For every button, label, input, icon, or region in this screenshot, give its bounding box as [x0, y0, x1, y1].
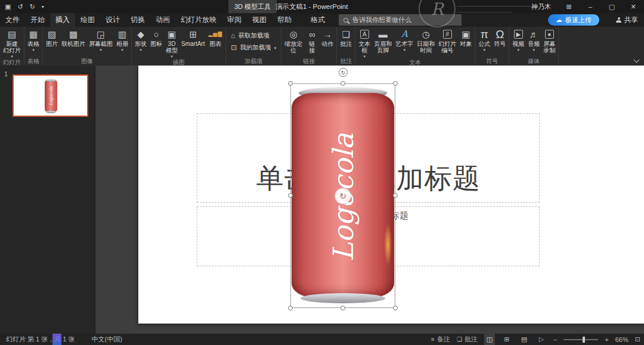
- document-title: 演示文稿1 - PowerPoint: [275, 0, 348, 13]
- ribbon-button[interactable]: π公式▾: [476, 28, 492, 57]
- equation-icon: π: [481, 29, 488, 40]
- resize-handle-top-right[interactable]: [393, 81, 398, 86]
- upload-badge[interactable]: ☁ 极速上传: [548, 14, 599, 26]
- ribbon-button[interactable]: ◷日期和时间: [415, 28, 436, 58]
- ribbon-tab-5[interactable]: 设计: [100, 13, 125, 27]
- resize-handle-bottom-right[interactable]: [393, 306, 398, 310]
- zoom-in-button[interactable]: +: [605, 336, 608, 343]
- ribbon-button[interactable]: ◆形状▾: [133, 28, 148, 58]
- ribbon-button[interactable]: ∞链接: [304, 28, 320, 57]
- restore-button[interactable]: ▢: [601, 0, 623, 13]
- contextual-tab-header: 3D 模型工具: [228, 0, 277, 13]
- resize-handle-middle-left[interactable]: [288, 193, 293, 198]
- redo-icon[interactable]: ↻: [30, 3, 35, 11]
- ribbon-button-label: 位: [290, 47, 296, 54]
- ribbon-tab-2[interactable]: 开始: [25, 13, 50, 27]
- new-slide-icon: ▤: [8, 29, 16, 40]
- ribbon-button[interactable]: A艺术字▾: [394, 28, 415, 58]
- ribbon-tab-4[interactable]: 绘图: [75, 13, 100, 27]
- ribbon-button-label: 文本: [358, 41, 370, 47]
- ribbon-button[interactable]: ▦表格▾: [26, 28, 41, 57]
- ribbon-group-7: ❏批注批注: [337, 27, 355, 66]
- close-button[interactable]: ✕: [623, 0, 644, 13]
- ribbon-tab-1[interactable]: 文件: [0, 13, 25, 27]
- ribbon-tab-11[interactable]: 帮助: [272, 13, 297, 27]
- normal-view-button[interactable]: ◫: [484, 334, 495, 345]
- ribbon-button[interactable]: →动作: [320, 28, 335, 57]
- slide-counter[interactable]: 幻灯片 第 1 张，共 1 张: [6, 335, 75, 344]
- ribbon-button-label: 屏幕截图: [89, 41, 113, 47]
- resize-handle-bottom-center[interactable]: [340, 306, 345, 310]
- dropdown-arrow-icon: ▾: [32, 48, 35, 52]
- ribbon-button[interactable]: ▥相册▾: [114, 28, 130, 57]
- zoom-slider[interactable]: [564, 339, 598, 340]
- ribbon-button-label: 图片: [46, 41, 58, 47]
- 3d-model-icon: ▣: [168, 29, 176, 40]
- upload-badge-label: 极速上传: [565, 15, 592, 24]
- ribbon-tab-3[interactable]: 插入: [50, 13, 75, 27]
- ribbon-button[interactable]: ▣对象: [458, 28, 473, 58]
- ribbon-button[interactable]: ○图标: [148, 28, 164, 58]
- ribbon-group-2: ▦表格▾表格: [24, 27, 43, 66]
- ribbon-tab-7[interactable]: 动画: [150, 13, 175, 27]
- slideshow-view-button[interactable]: ▷: [536, 334, 547, 345]
- ribbon-button-label: 符号: [494, 41, 506, 47]
- resize-handle-top-center[interactable]: [340, 81, 345, 86]
- comments-toggle[interactable]: ❏ 批注: [457, 335, 478, 344]
- tell-me-search[interactable]: 告诉我你想要做什么: [339, 14, 462, 26]
- ribbon-button-label: 链: [309, 41, 315, 47]
- ribbon-button[interactable]: ⊞SmartArt: [179, 28, 206, 58]
- ribbon-tab-12[interactable]: 格式: [305, 13, 330, 27]
- qat-dropdown-icon[interactable]: ▾: [42, 4, 44, 10]
- undo-icon[interactable]: ↺: [17, 3, 23, 11]
- resize-handle-middle-right[interactable]: [393, 193, 398, 198]
- zoom-link-icon: ◎: [290, 29, 298, 40]
- 3d-model-cola-can[interactable]: Logocola ↻ ↻: [290, 83, 395, 308]
- ribbon-button[interactable]: ❏批注: [338, 28, 354, 57]
- reading-view-button[interactable]: ▤: [519, 334, 530, 345]
- ribbon-button[interactable]: ⌂获取加载项: [227, 30, 280, 42]
- ribbon-button[interactable]: ◎缩放定位: [283, 28, 304, 57]
- ribbon-button[interactable]: ◲屏幕截图▾: [87, 28, 114, 57]
- zoom-slider-thumb[interactable]: [583, 337, 585, 343]
- ribbon-button[interactable]: ●屏幕录制: [541, 28, 557, 57]
- ribbon-tab-10[interactable]: 视图: [247, 13, 272, 27]
- ribbon-button[interactable]: ▨图片: [44, 28, 60, 57]
- ribbon-button[interactable]: ⊡我的加载项▾: [227, 42, 280, 54]
- ribbon-button[interactable]: ♬音频▾: [526, 28, 541, 57]
- ribbon-button[interactable]: Ω符号: [492, 28, 507, 57]
- dropdown-arrow-icon: ▾: [11, 54, 13, 58]
- ribbon-button[interactable]: A文本框▾: [357, 28, 372, 58]
- ribbon-group-label: 文本: [357, 58, 473, 66]
- save-icon[interactable]: ▣: [5, 3, 11, 11]
- notes-icon: ≡: [431, 336, 435, 343]
- resize-handle-top-left[interactable]: [288, 81, 293, 86]
- resize-handle-bottom-left[interactable]: [288, 306, 293, 310]
- ribbon-button[interactable]: ▣3D模型▾: [164, 28, 179, 58]
- rotation-handle[interactable]: ↻: [339, 68, 348, 77]
- slide-sorter-view-button[interactable]: ⊞: [501, 334, 512, 345]
- ribbon-button[interactable]: ▤新建幻灯片▾: [1, 28, 23, 58]
- share-button[interactable]: 共享: [616, 15, 644, 24]
- ribbon-tab-9[interactable]: 审阅: [222, 13, 247, 27]
- ribbon-tab-6[interactable]: 切换: [125, 13, 150, 27]
- ribbon-button[interactable]: ▬页眉和页脚: [372, 28, 394, 58]
- ribbon-button[interactable]: ▶视频▾: [510, 28, 526, 57]
- online-pictures-icon: ▩: [69, 29, 78, 40]
- zoom-out-button[interactable]: −: [553, 336, 557, 343]
- ribbon-display-options-icon[interactable]: ⊞: [558, 0, 580, 13]
- chart-icon: ▂▅▇: [208, 29, 222, 40]
- ribbon-group-4: ◆形状▾○图标▣3D模型▾⊞SmartArt▂▅▇图表插图: [132, 27, 226, 66]
- zoom-percent[interactable]: 66%: [615, 336, 628, 343]
- ribbon-button[interactable]: ▩联机图片: [60, 28, 87, 57]
- minimize-button[interactable]: –: [580, 0, 601, 13]
- language-indicator[interactable]: 中文(中国): [92, 335, 122, 344]
- fit-to-window-button[interactable]: ⊡: [635, 335, 640, 343]
- 3d-rotate-handle[interactable]: ↻: [335, 188, 351, 204]
- ribbon-tab-8[interactable]: 幻灯片放映: [175, 13, 222, 27]
- slide-thumbnail[interactable]: Logocola: [13, 74, 88, 117]
- ribbon-button[interactable]: ▂▅▇图表: [206, 28, 224, 58]
- ribbon-button[interactable]: #幻灯片编号: [436, 28, 458, 58]
- notes-toggle[interactable]: ≡ 备注: [431, 335, 450, 344]
- user-name[interactable]: 神乃木: [524, 2, 558, 11]
